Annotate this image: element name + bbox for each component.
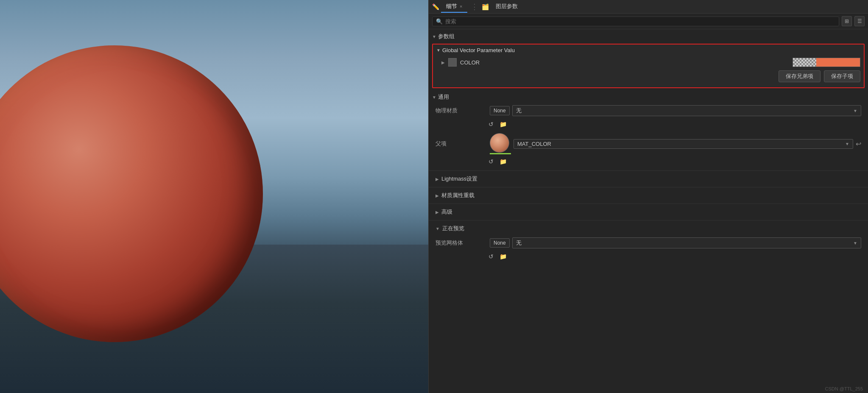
general-header[interactable]: ▼ 通用	[429, 92, 868, 103]
parent-dropdown-value: MAT_COLOR	[517, 141, 551, 147]
param-group-arrow: ▼	[432, 34, 436, 39]
watermark: CSDN @TTL_255	[429, 385, 868, 393]
search-input-wrap[interactable]: 🔍	[432, 17, 839, 26]
parent-dropdown[interactable]: MAT_COLOR ▼	[514, 139, 853, 149]
general-section: ▼ 通用 物理材质 None 无 ▼ ↺ 📁	[429, 90, 868, 170]
color-expand-arrow[interactable]: ▶	[441, 60, 445, 65]
grid-icon: ⊞	[845, 18, 849, 24]
list-view-button[interactable]: ☰	[854, 16, 865, 26]
preview-mesh-dropdown-arrow: ▼	[853, 241, 857, 245]
preview-mesh-icons: ↺ 📁	[429, 251, 868, 264]
dropdown-arrow-icon: ▼	[853, 109, 857, 113]
layer-icon: 🗂️	[482, 3, 489, 10]
search-icon: 🔍	[436, 18, 443, 25]
parent-icons: ↺ 📁	[429, 156, 868, 169]
general-arrow: ▼	[432, 95, 436, 100]
preview-mesh-folder-btn[interactable]: 📁	[498, 252, 508, 261]
save-buttons-row: 保存兄弟项 保存子项	[433, 69, 864, 84]
color-row: ▶ COLOR	[433, 56, 864, 69]
physical-material-label: 物理材质	[435, 107, 486, 114]
material-attr-label: 材质属性重载	[441, 192, 474, 199]
previewing-header[interactable]: ▼ 正在预览	[429, 222, 868, 235]
previewing-label: 正在预览	[442, 225, 464, 232]
param-group-header[interactable]: ▼ 参数组	[429, 31, 868, 42]
tab-detail[interactable]: 细节 ×	[441, 1, 467, 13]
advanced-section: ▶ 高级	[429, 203, 868, 220]
param-highlight-box: ▼ Global Vector Parameter Valu ▶ COLOR 保…	[432, 44, 865, 88]
color-preview[interactable]	[793, 58, 860, 67]
parent-folder-btn[interactable]: 📁	[498, 157, 508, 166]
list-icon: ☰	[857, 18, 862, 24]
preview-mesh-dropdown[interactable]: 无 ▼	[512, 237, 861, 248]
advanced-label: 高级	[441, 208, 452, 216]
preview-mesh-label: 预览网格体	[435, 239, 486, 247]
physical-material-icons: ↺ 📁	[429, 119, 868, 131]
general-label: 通用	[438, 93, 449, 101]
tab-detail-label: 细节	[446, 3, 457, 10]
physical-material-refresh-btn[interactable]: ↺	[486, 120, 496, 129]
preview-mesh-controls: None 无 ▼	[490, 237, 861, 248]
lightmass-section: ▶ Lightmass设置	[429, 170, 868, 187]
previewing-section: ▼ 正在预览 预览网格体 None 无 ▼ ↺ 📁	[429, 220, 868, 265]
tab-detail-close[interactable]: ×	[460, 4, 462, 9]
preview-mesh-none-btn[interactable]: None	[490, 238, 510, 248]
material-attr-header[interactable]: ▶ 材质属性重载	[429, 189, 868, 202]
parent-undo-icon[interactable]: ↩	[856, 140, 861, 148]
physical-material-controls: None 无 ▼	[490, 105, 861, 116]
material-attr-section: ▶ 材质属性重载	[429, 187, 868, 203]
physical-material-row: 物理材质 None 无 ▼	[429, 103, 868, 119]
lightmass-header[interactable]: ▶ Lightmass设置	[429, 173, 868, 185]
physical-material-value: 无	[516, 107, 522, 114]
tab-layer-params-label: 图层参数	[496, 3, 518, 10]
pencil-icon: ✏️	[432, 3, 439, 10]
parent-controls: MAT_COLOR ▼ ↩	[490, 133, 861, 154]
param-group-label: 参数组	[438, 33, 455, 40]
separator-icon: ⋮	[471, 2, 478, 11]
parent-row: 父项 MAT_COLOR ▼ ↩	[429, 131, 868, 156]
viewport	[0, 0, 428, 393]
material-attr-arrow: ▶	[435, 193, 439, 198]
preview-mesh-row: 预览网格体 None 无 ▼	[429, 235, 868, 251]
search-input[interactable]	[445, 18, 835, 25]
save-sibling-button[interactable]: 保存兄弟项	[779, 70, 821, 82]
preview-mesh-value: 无	[516, 239, 522, 247]
tab-bar: ✏️ 细节 × ⋮ 🗂️ 图层参数	[429, 0, 868, 14]
global-vector-header[interactable]: ▼ Global Vector Parameter Valu	[433, 45, 864, 56]
panel-content: ▼ 参数组 ▼ Global Vector Parameter Valu ▶ C…	[429, 29, 868, 385]
right-panel: ✏️ 细节 × ⋮ 🗂️ 图层参数 🔍 ⊞ ☰ ▼ 参数组	[428, 0, 868, 393]
preview-mesh-refresh-btn[interactable]: ↺	[486, 252, 496, 261]
color-solid-preview	[816, 58, 860, 67]
previewing-arrow: ▼	[435, 226, 440, 231]
advanced-header[interactable]: ▶ 高级	[429, 206, 868, 218]
physical-material-dropdown[interactable]: 无 ▼	[512, 105, 861, 116]
watermark-text: CSDN @TTL_255	[825, 386, 863, 391]
parent-thumbnail[interactable]	[490, 133, 509, 153]
physical-material-folder-btn[interactable]: 📁	[498, 120, 508, 129]
tab-layer-params[interactable]: 图层参数	[491, 1, 523, 13]
parent-dropdown-arrow: ▼	[845, 142, 849, 146]
parent-thumbnail-wrap	[490, 133, 511, 154]
lightmass-label: Lightmass设置	[441, 175, 477, 183]
search-bar: 🔍 ⊞ ☰	[429, 14, 868, 29]
lightmass-arrow: ▶	[435, 177, 439, 181]
physical-material-none-btn[interactable]: None	[490, 106, 510, 115]
parent-label: 父项	[435, 140, 486, 148]
global-vector-arrow: ▼	[436, 48, 441, 53]
advanced-arrow: ▶	[435, 210, 439, 215]
global-vector-title: Global Vector Parameter Valu	[442, 47, 515, 53]
color-label: COLOR	[460, 59, 789, 66]
save-child-button[interactable]: 保存子项	[824, 70, 860, 82]
color-swatch-small[interactable]	[448, 58, 457, 67]
parent-refresh-btn[interactable]: ↺	[486, 157, 496, 166]
grid-view-button[interactable]: ⊞	[842, 16, 852, 26]
